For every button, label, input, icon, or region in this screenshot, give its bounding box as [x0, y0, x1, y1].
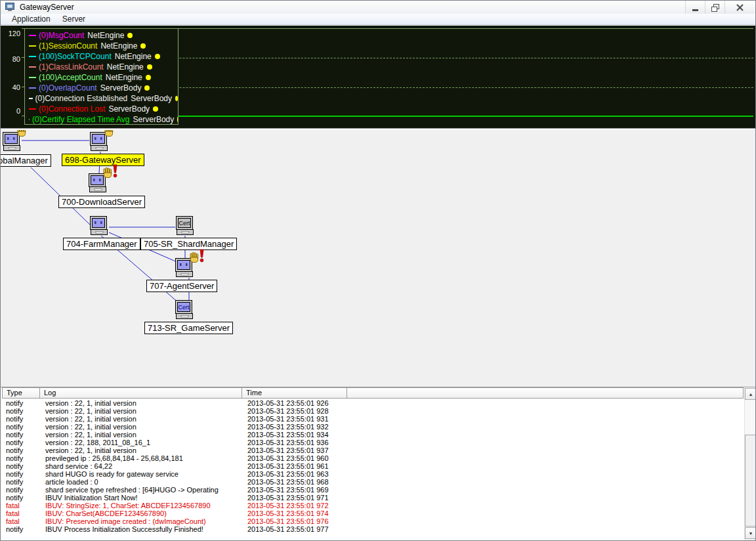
log-type-cell: notify [6, 454, 23, 462]
log-row[interactable]: fatalIBUV: StringSize: 1, CharSet: ABCDE… [1, 502, 744, 509]
hand-status-icon [17, 130, 27, 140]
close-button[interactable] [725, 1, 754, 14]
legend-entry: (0)OverlapCountServerBody [29, 83, 178, 93]
menu-application[interactable]: Application [6, 14, 56, 25]
restore-icon [711, 4, 719, 12]
server-node-icon-705[interactable]: Cert [175, 216, 195, 236]
log-row[interactable]: notifyversion : 22, 1, initial version20… [1, 415, 744, 423]
log-message-cell: version : 22, 1, initial version [45, 415, 136, 423]
log-row[interactable]: notifyarticle loaded : 02013-05-31 23:55… [1, 478, 744, 486]
legend-line-swatch [29, 56, 36, 57]
chart-legend: (0)MsgCountNetEngine(1)SessionCountNetEn… [24, 28, 178, 125]
log-time-cell: 2013-05-31 23:55:01 968 [247, 478, 329, 486]
log-message-cell: shard service type refreshed : [64]HUGO … [45, 486, 219, 494]
server-node-label-globalmanager[interactable]: GlobalManager [1, 154, 51, 167]
legend-counter-group: ServerBody [131, 94, 172, 103]
server-node-label-704[interactable]: 704-FarmManager [63, 238, 140, 250]
server-node-label-713[interactable]: 713-SR_GameServer [144, 322, 233, 334]
scroll-up-icon: ▲ [749, 392, 753, 397]
log-time-cell: 2013-05-31 23:55:01 972 [247, 502, 329, 509]
log-table-body: notifyversion : 22, 1, initial version20… [1, 399, 744, 533]
server-node-icon-713[interactable]: Cert [175, 300, 194, 320]
scroll-down-button[interactable]: ▼ [745, 527, 756, 539]
scroll-up-button[interactable]: ▲ [745, 388, 756, 400]
legend-entry: (1)ClassLinkCountNetEngine [29, 62, 178, 72]
server-node-icon-704[interactable] [89, 216, 109, 236]
menu-bar: Application Server [1, 14, 755, 25]
log-column-header-type[interactable]: Type [2, 387, 40, 399]
server-node-label-707[interactable]: 707-AgentServer [146, 280, 217, 292]
legend-entry: (0)MsgCountNetEngine [29, 30, 178, 41]
log-column-header-time[interactable]: Time [242, 387, 347, 399]
log-row[interactable]: notifyshard service type refreshed : [64… [1, 486, 744, 494]
log-time-cell: 2013-05-31 23:55:01 960 [247, 454, 329, 462]
log-time-cell: 2013-05-31 23:55:01 971 [247, 494, 329, 502]
legend-entry: (0)Certify Elapsed Time AvgServerBody [29, 114, 178, 125]
server-node-label-698[interactable]: 698-GatewayServer [62, 154, 144, 166]
log-row[interactable]: notifyversion : 22, 1, initial version20… [1, 423, 744, 431]
legend-status-dot-icon [140, 43, 146, 49]
legend-line-swatch [29, 119, 30, 120]
log-vertical-scrollbar[interactable]: ▲ ▼ [744, 388, 756, 541]
log-time-cell: 2013-05-31 23:55:01 932 [247, 423, 329, 431]
log-time-cell: 2013-05-31 23:55:01 963 [247, 470, 329, 478]
log-type-cell: notify [6, 462, 23, 470]
log-row[interactable]: notifyshard service : 64,222013-05-31 23… [1, 462, 744, 470]
server-topology-diagram: GlobalManager698-GatewayServer700-Downlo… [1, 130, 756, 387]
log-row[interactable]: fatalIBUV: Preserved image created : (dw… [1, 517, 744, 525]
log-time-cell: 2013-05-31 23:55:01 961 [247, 462, 329, 470]
log-message-cell: IBUV Initialization Start Now! [45, 494, 138, 502]
legend-status-dot-icon [175, 96, 178, 101]
y-axis-tick-label: 0 [1, 107, 20, 115]
log-type-cell: notify [6, 407, 23, 415]
log-message-cell: version : 22, 1, initial version [45, 431, 136, 439]
hand-status-icon [103, 167, 113, 181]
scrollbar-thumb[interactable] [745, 435, 756, 527]
log-row[interactable]: notifyIBUV Process Initialization Succes… [1, 525, 744, 533]
log-row[interactable]: notifyversion : 22, 1, initial version20… [1, 446, 744, 454]
alert-exclamation-icon [112, 164, 118, 181]
log-row[interactable]: notifyversion : 22, 1, initial version20… [1, 431, 744, 439]
legend-status-dot-icon [146, 75, 151, 80]
log-column-header-empty[interactable] [347, 387, 744, 399]
log-type-cell: notify [6, 478, 23, 486]
title-bar: GatewayServer [1, 1, 755, 14]
restore-button[interactable] [705, 1, 725, 14]
log-row[interactable]: notifyprevileged ip : 25,68,84,184 - 25,… [1, 454, 744, 462]
legend-counter-name: (100)SockTCPCount [39, 52, 112, 61]
server-node-label-700[interactable]: 700-DownloadServer [58, 196, 145, 208]
minimize-button[interactable] [686, 1, 705, 14]
log-time-cell: 2013-05-31 23:55:01 969 [247, 486, 329, 494]
log-time-cell: 2013-05-31 23:55:01 926 [247, 399, 329, 407]
legend-counter-group: NetEngine [115, 52, 152, 61]
app-window: GatewayServer Application Server 1208040… [0, 0, 756, 541]
legend-line-swatch [29, 66, 36, 68]
server-node-label-705[interactable]: 705-SR_ShardManager [140, 238, 237, 250]
log-type-cell: notify [6, 431, 23, 439]
minimize-icon [692, 4, 700, 12]
legend-status-dot-icon [177, 117, 178, 122]
y-axis-tick-label: 120 [1, 30, 20, 37]
legend-line-swatch [29, 35, 36, 36]
legend-status-dot-icon [147, 64, 152, 70]
log-row[interactable]: notifyshard HUGO is ready for gateway se… [1, 470, 744, 478]
legend-line-swatch [29, 108, 36, 110]
legend-counter-group: ServerBody [108, 104, 150, 114]
log-message-cell: previleged ip : 25,68,84,184 - 25,68,84,… [45, 454, 183, 462]
menu-server[interactable]: Server [56, 14, 91, 25]
scroll-down-icon: ▼ [749, 531, 753, 536]
legend-entry: (1)SessionCountNetEngine [29, 41, 178, 51]
legend-status-dot-icon [127, 33, 133, 38]
log-row[interactable]: notifyversion : 22, 1, initial version20… [1, 407, 744, 415]
counter-chart: 12080400 (0)MsgCountNetEngine(1)SessionC… [1, 26, 756, 128]
log-time-cell: 2013-05-31 23:55:01 931 [247, 415, 329, 423]
log-column-header-log[interactable]: Log [40, 387, 242, 399]
legend-line-swatch [29, 87, 36, 89]
log-row[interactable]: notifyversion : 22, 188, 2011_08_16_1201… [1, 439, 744, 446]
log-row[interactable]: notifyversion : 22, 1, initial version20… [1, 399, 744, 407]
log-row[interactable]: fatalIBUV: CharSet(ABCDEF1234567890)2013… [1, 509, 744, 517]
log-row[interactable]: notifyIBUV Initialization Start Now!2013… [1, 494, 744, 502]
window-controls [685, 1, 754, 14]
pane-separator [1, 128, 755, 129]
log-message-cell: version : 22, 1, initial version [45, 446, 136, 454]
